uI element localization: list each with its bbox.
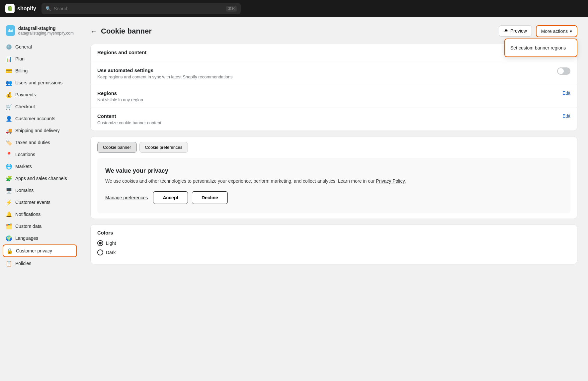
sidebar-item-label: Payments bbox=[15, 92, 36, 97]
sidebar-item-apps[interactable]: 🧩 Apps and sales channels bbox=[3, 173, 77, 184]
sidebar-item-label: Customer accounts bbox=[15, 116, 55, 121]
sidebar-item-label: Notifications bbox=[15, 212, 41, 217]
automated-settings-subtitle: Keep regions and content in sync with la… bbox=[97, 74, 233, 79]
sidebar-item-policies[interactable]: 📋 Policies bbox=[3, 258, 77, 269]
sidebar-item-customer-privacy[interactable]: 🔒 Customer privacy bbox=[3, 244, 77, 257]
preview-title: We value your privacy bbox=[105, 167, 562, 174]
color-option-light[interactable]: Light bbox=[97, 240, 570, 246]
customer-events-icon: ⚡ bbox=[6, 199, 12, 205]
sidebar-item-checkout[interactable]: 🛒 Checkout bbox=[3, 101, 77, 112]
page-header: ← Cookie banner 👁 Preview More actions ▾… bbox=[90, 25, 577, 37]
regions-edit-button[interactable]: Edit bbox=[562, 90, 570, 96]
sidebar-item-users[interactable]: 👥 Users and permissions bbox=[3, 77, 77, 88]
plan-icon: 📊 bbox=[6, 56, 12, 62]
cookie-banner-preview: We value your privacy We use cookies and… bbox=[97, 158, 570, 213]
tab-cookie-preferences[interactable]: Cookie preferences bbox=[139, 142, 188, 153]
sidebar-item-label: Taxes and duties bbox=[15, 140, 50, 145]
regions-subtitle: Not visible in any region bbox=[97, 97, 143, 102]
sidebar-item-general[interactable]: ⚙️ General bbox=[3, 41, 77, 52]
dropdown-item-set-custom-banner-regions[interactable]: Set custom banner regions bbox=[505, 42, 577, 54]
dark-label: Dark bbox=[106, 250, 116, 255]
sidebar: dat datagrail-staging datagrailstaging.m… bbox=[0, 17, 80, 381]
search-bar[interactable]: 🔍 ⌘ K bbox=[42, 3, 241, 14]
regions-content-card: Regions and content Use automated settin… bbox=[90, 44, 577, 131]
sidebar-item-label: Custom data bbox=[15, 224, 42, 229]
store-avatar: dat bbox=[6, 25, 15, 36]
more-actions-button[interactable]: More actions ▾ bbox=[536, 25, 577, 37]
page-layout: dat datagrail-staging datagrailstaging.m… bbox=[0, 17, 588, 381]
top-navigation: shopify 🔍 ⌘ K bbox=[0, 0, 588, 17]
sidebar-item-plan[interactable]: 📊 Plan bbox=[3, 53, 77, 64]
automated-settings-section: Use automated settings Keep regions and … bbox=[91, 62, 577, 85]
shopify-logo: shopify bbox=[5, 4, 36, 13]
tab-cookie-banner[interactable]: Cookie banner bbox=[97, 142, 137, 153]
automated-settings-row: Use automated settings Keep regions and … bbox=[97, 67, 570, 79]
content-title: Content bbox=[97, 113, 161, 119]
policies-icon: 📋 bbox=[6, 260, 12, 266]
privacy-policy-link[interactable]: Privacy Policy. bbox=[376, 178, 406, 184]
preview-action-buttons: Manage preferences Accept Decline bbox=[105, 191, 562, 204]
main-content: ← Cookie banner 👁 Preview More actions ▾… bbox=[80, 17, 588, 381]
more-actions-dropdown: Set custom banner regions bbox=[504, 39, 577, 57]
light-radio[interactable] bbox=[97, 240, 103, 246]
content-edit-button[interactable]: Edit bbox=[562, 113, 570, 119]
sidebar-item-taxes[interactable]: 🏷️ Taxes and duties bbox=[3, 137, 77, 148]
locations-icon: 📍 bbox=[6, 151, 12, 157]
preview-card: Cookie banner Cookie preferences We valu… bbox=[90, 136, 577, 219]
sidebar-item-languages[interactable]: 🌍 Languages bbox=[3, 233, 77, 244]
sidebar-item-payments[interactable]: 💰 Payments bbox=[3, 89, 77, 100]
more-actions-container: More actions ▾ Set custom banner regions bbox=[536, 25, 577, 37]
sidebar-item-locations[interactable]: 📍 Locations bbox=[3, 149, 77, 160]
sidebar-item-label: Users and permissions bbox=[15, 80, 62, 85]
sidebar-item-label: Customer privacy bbox=[16, 248, 52, 253]
page-title: Cookie banner bbox=[101, 27, 152, 36]
manage-preferences-link[interactable]: Manage preferences bbox=[105, 195, 148, 200]
regions-section-title: Regions and content bbox=[97, 49, 570, 55]
sidebar-item-billing[interactable]: 💳 Billing bbox=[3, 65, 77, 76]
accept-button[interactable]: Accept bbox=[153, 191, 188, 204]
shopify-logo-icon bbox=[5, 4, 15, 13]
back-button[interactable]: ← bbox=[90, 28, 97, 35]
decline-button[interactable]: Decline bbox=[192, 191, 228, 204]
sidebar-item-customer-events[interactable]: ⚡ Customer events bbox=[3, 197, 77, 208]
regions-section: Regions Not visible in any region Edit bbox=[91, 85, 577, 108]
sidebar-item-label: General bbox=[15, 44, 32, 49]
regions-row: Regions Not visible in any region Edit bbox=[97, 90, 570, 102]
users-icon: 👥 bbox=[6, 80, 12, 86]
sidebar-item-label: Customer events bbox=[15, 200, 50, 205]
domains-icon: 🖥️ bbox=[6, 187, 12, 193]
content-subtitle: Customize cookie banner content bbox=[97, 120, 161, 125]
search-icon: 🔍 bbox=[45, 6, 51, 11]
sidebar-nav: ⚙️ General 📊 Plan 💳 Billing 👥 Users and … bbox=[3, 41, 77, 269]
colors-card: Colors Light Dark bbox=[90, 224, 577, 264]
general-icon: ⚙️ bbox=[6, 44, 12, 50]
dark-radio[interactable] bbox=[97, 249, 103, 255]
page-title-row: ← Cookie banner bbox=[90, 27, 152, 36]
languages-icon: 🌍 bbox=[6, 235, 12, 241]
sidebar-item-markets[interactable]: 🌐 Markets bbox=[3, 161, 77, 172]
preview-tabs: Cookie banner Cookie preferences bbox=[97, 142, 570, 153]
sidebar-item-custom-data[interactable]: 🗂️ Custom data bbox=[3, 221, 77, 232]
content-row: Content Customize cookie banner content … bbox=[97, 113, 570, 125]
store-domain: datagrailstaging.myshopify.com bbox=[18, 31, 74, 36]
light-label: Light bbox=[106, 240, 116, 246]
color-option-dark[interactable]: Dark bbox=[97, 249, 570, 255]
automated-settings-toggle[interactable] bbox=[557, 67, 570, 75]
taxes-icon: 🏷️ bbox=[6, 140, 12, 145]
eye-icon: 👁 bbox=[504, 28, 508, 34]
chevron-down-icon: ▾ bbox=[570, 29, 572, 34]
preview-button[interactable]: 👁 Preview bbox=[499, 25, 532, 37]
sidebar-item-shipping[interactable]: 🚚 Shipping and delivery bbox=[3, 125, 77, 136]
sidebar-item-notifications[interactable]: 🔔 Notifications bbox=[3, 209, 77, 220]
search-input[interactable] bbox=[54, 6, 223, 11]
preview-tabs-section: Cookie banner Cookie preferences We valu… bbox=[91, 137, 577, 219]
notifications-icon: 🔔 bbox=[6, 211, 12, 217]
markets-icon: 🌐 bbox=[6, 163, 12, 169]
preview-text: We use cookies and other technologies to… bbox=[105, 178, 562, 185]
sidebar-item-label: Markets bbox=[15, 164, 32, 169]
sidebar-item-domains[interactable]: 🖥️ Domains bbox=[3, 185, 77, 196]
customer-accounts-icon: 👤 bbox=[6, 116, 12, 122]
sidebar-item-label: Locations bbox=[15, 152, 35, 157]
sidebar-item-customer-accounts[interactable]: 👤 Customer accounts bbox=[3, 113, 77, 124]
billing-icon: 💳 bbox=[6, 68, 12, 74]
